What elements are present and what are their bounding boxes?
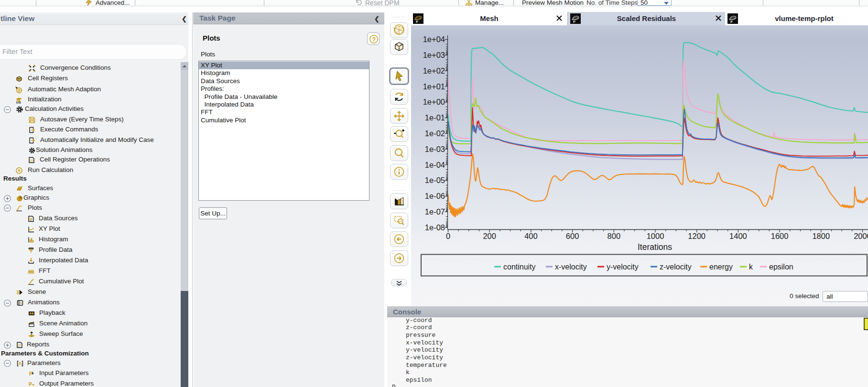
svg-text:1200: 1200 <box>688 232 705 240</box>
svg-text:1e-07: 1e-07 <box>425 207 445 216</box>
svg-text:0: 0 <box>446 232 450 240</box>
svg-text:Iterations: Iterations <box>638 242 672 252</box>
svg-text:P: P <box>19 361 22 366</box>
svg-text:1e+01: 1e+01 <box>423 82 445 91</box>
svg-text:800: 800 <box>608 232 621 240</box>
svg-text:1e+04: 1e+04 <box>423 35 445 43</box>
svg-text:1e+03: 1e+03 <box>423 51 445 59</box>
svg-text:1e+02: 1e+02 <box>423 66 445 75</box>
svg-text:2000: 2000 <box>854 232 868 240</box>
svg-text:1e-08: 1e-08 <box>425 223 445 232</box>
svg-text:?: ? <box>372 36 376 43</box>
svg-text:1800: 1800 <box>812 232 830 240</box>
svg-text:1600: 1600 <box>771 232 789 240</box>
svg-text:energy: energy <box>709 263 733 271</box>
svg-text:400: 400 <box>524 232 538 240</box>
svg-text:1e+00: 1e+00 <box>423 97 445 106</box>
svg-text:1000: 1000 <box>647 232 664 240</box>
svg-text:1e-06: 1e-06 <box>425 192 445 200</box>
svg-text:k: k <box>749 263 753 271</box>
svg-text:t=0: t=0 <box>16 101 21 104</box>
svg-text:epsilon: epsilon <box>769 263 793 271</box>
svg-text:z-velocity: z-velocity <box>660 263 692 271</box>
svg-text:y-velocity: y-velocity <box>607 263 639 271</box>
svg-text:1e-05: 1e-05 <box>425 176 445 184</box>
svg-text:P: P <box>29 382 32 387</box>
svg-text:1e-01: 1e-01 <box>425 113 445 122</box>
svg-text:1e-03: 1e-03 <box>425 145 445 153</box>
svg-text:200: 200 <box>483 232 496 240</box>
svg-text:1e-04: 1e-04 <box>425 161 445 169</box>
svg-text:1e-02: 1e-02 <box>425 129 445 138</box>
svg-text:continuity: continuity <box>503 263 536 271</box>
svg-text:x-velocity: x-velocity <box>555 263 587 271</box>
svg-text:1400: 1400 <box>729 232 747 240</box>
svg-text:600: 600 <box>566 232 579 240</box>
